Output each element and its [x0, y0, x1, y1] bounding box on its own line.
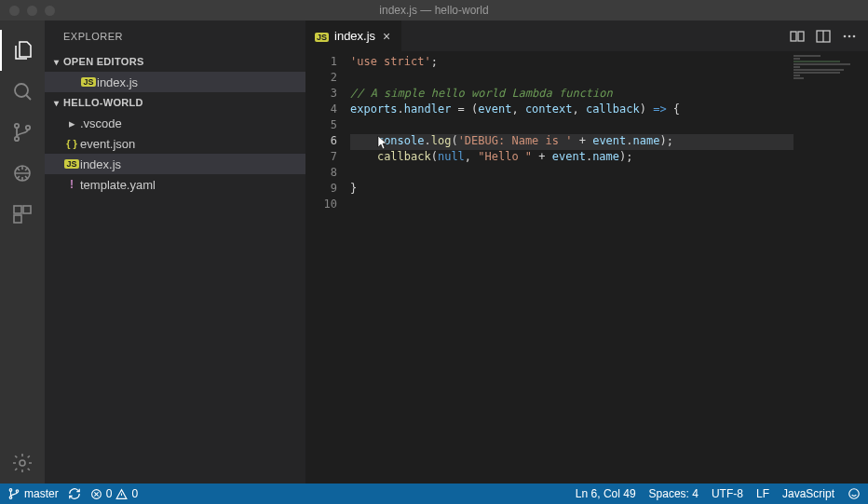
folder-header[interactable]: ▾ HELLO-WORLD: [45, 92, 305, 113]
encoding-status[interactable]: UTF-8: [712, 487, 743, 500]
warning-count: 0: [131, 487, 138, 500]
search-icon: [11, 80, 34, 102]
zoom-window-button[interactable]: [45, 6, 55, 16]
indentation-status[interactable]: Spaces: 4: [649, 487, 698, 500]
cursor-position-status[interactable]: Ln 6, Col 49: [576, 487, 636, 500]
open-editor-name: index.js: [97, 75, 138, 89]
sync-status[interactable]: [68, 487, 81, 500]
open-editors-header[interactable]: ▾ OPEN EDITORS: [45, 51, 305, 72]
compare-changes-icon[interactable]: [790, 29, 805, 44]
warning-icon: [115, 488, 128, 500]
line-number: 10: [305, 198, 350, 213]
svg-point-1: [15, 124, 19, 128]
line-number: 8: [305, 166, 350, 182]
line-number: 9: [305, 182, 350, 198]
problems-status[interactable]: 0 0: [90, 487, 138, 500]
code-line[interactable]: }: [350, 182, 868, 198]
editor-body[interactable]: 12345678910 'use strict';// A simple hel…: [305, 51, 868, 484]
file-item-template-yaml[interactable]: ! template.yaml: [45, 174, 305, 195]
source-control-activity[interactable]: [0, 112, 45, 153]
error-icon: [90, 488, 102, 500]
extensions-icon: [11, 203, 34, 225]
tab-index-js[interactable]: JS index.js ×: [305, 20, 402, 51]
split-editor-icon[interactable]: [816, 29, 831, 44]
svg-point-12: [844, 34, 847, 37]
svg-point-15: [9, 489, 12, 492]
line-number: 4: [305, 102, 350, 118]
smiley-icon: [848, 487, 861, 500]
file-name: index.js: [80, 157, 121, 171]
tab-bar: JS index.js ×: [305, 20, 868, 51]
open-editor-item[interactable]: JS index.js: [45, 72, 305, 92]
js-file-icon: JS: [315, 31, 329, 42]
title-bar: index.js — hello-world: [0, 0, 868, 20]
tab-actions: [790, 20, 868, 51]
feedback-status[interactable]: [848, 487, 861, 500]
explorer-sidebar: EXPLORER ▾ OPEN EDITORS JS index.js ▾ HE…: [45, 20, 305, 484]
minimap[interactable]: [793, 55, 861, 83]
svg-point-19: [849, 489, 860, 499]
code-line[interactable]: [350, 166, 868, 182]
line-number: 3: [305, 87, 350, 102]
search-activity[interactable]: [0, 71, 45, 112]
line-number: 5: [305, 118, 350, 134]
yaml-file-icon: !: [63, 178, 80, 191]
svg-point-17: [16, 490, 19, 493]
branch-icon: [11, 121, 34, 143]
chevron-right-icon: ▸: [63, 116, 80, 130]
sync-icon: [68, 487, 81, 500]
file-item-index-js[interactable]: JS index.js: [45, 154, 305, 174]
file-item-event-json[interactable]: { } event.json: [45, 133, 305, 154]
explorer-activity[interactable]: [0, 30, 45, 71]
tab-label: index.js: [334, 29, 375, 43]
svg-point-13: [848, 34, 851, 37]
code-line[interactable]: [350, 198, 868, 213]
folder-name: .vscode: [80, 116, 122, 130]
folder-label: HELLO-WORLD: [63, 97, 143, 108]
debug-activity[interactable]: [0, 153, 45, 194]
svg-point-16: [9, 497, 12, 499]
code-line[interactable]: exports.handler = (event, context, callb…: [350, 102, 868, 118]
svg-point-14: [853, 34, 856, 37]
chevron-down-icon: ▾: [50, 98, 63, 108]
folder-item-vscode[interactable]: ▸ .vscode: [45, 113, 305, 133]
code-line[interactable]: callback(null, "Hello " + event.name);: [350, 150, 868, 166]
json-file-icon: { }: [63, 138, 80, 149]
minimize-window-button[interactable]: [27, 6, 37, 16]
close-window-button[interactable]: [9, 6, 20, 16]
code-line[interactable]: // A simple hello world Lambda function: [350, 87, 868, 102]
svg-point-3: [26, 126, 30, 129]
code-content[interactable]: 'use strict';// A simple hello world Lam…: [350, 51, 868, 484]
line-number: 1: [305, 55, 350, 71]
code-line[interactable]: console.log('DEBUG: Name is ' + event.na…: [350, 134, 793, 150]
file-name: template.yaml: [80, 178, 156, 192]
svg-rect-9: [791, 32, 796, 41]
js-file-icon: JS: [80, 77, 97, 87]
more-actions-icon[interactable]: [842, 29, 857, 44]
error-count: 0: [106, 487, 113, 500]
svg-point-2: [15, 137, 19, 141]
code-line[interactable]: [350, 71, 868, 87]
git-branch-status[interactable]: master: [7, 487, 59, 500]
branch-icon: [7, 487, 20, 500]
svg-point-8: [20, 460, 25, 466]
files-icon: [12, 39, 34, 61]
svg-rect-10: [798, 32, 804, 41]
status-bar: master 0 0 Ln 6, Col 49 Spaces: 4 UTF-8 …: [0, 484, 868, 504]
line-number: 7: [305, 150, 350, 166]
bug-icon: [11, 162, 34, 184]
open-editors-label: OPEN EDITORS: [63, 56, 144, 67]
settings-activity[interactable]: [0, 443, 45, 484]
line-number: 6: [305, 134, 350, 150]
sidebar-title: EXPLORER: [45, 20, 305, 51]
close-tab-button[interactable]: ×: [381, 29, 392, 44]
language-status[interactable]: JavaScript: [782, 487, 834, 500]
line-number-gutter: 12345678910: [305, 51, 350, 484]
code-line[interactable]: 'use strict';: [350, 55, 868, 71]
svg-rect-7: [14, 215, 21, 223]
window-title: index.js — hello-world: [379, 4, 488, 17]
svg-point-0: [15, 84, 28, 97]
extensions-activity[interactable]: [0, 194, 45, 235]
eol-status[interactable]: LF: [756, 487, 769, 500]
code-line[interactable]: [350, 118, 868, 134]
